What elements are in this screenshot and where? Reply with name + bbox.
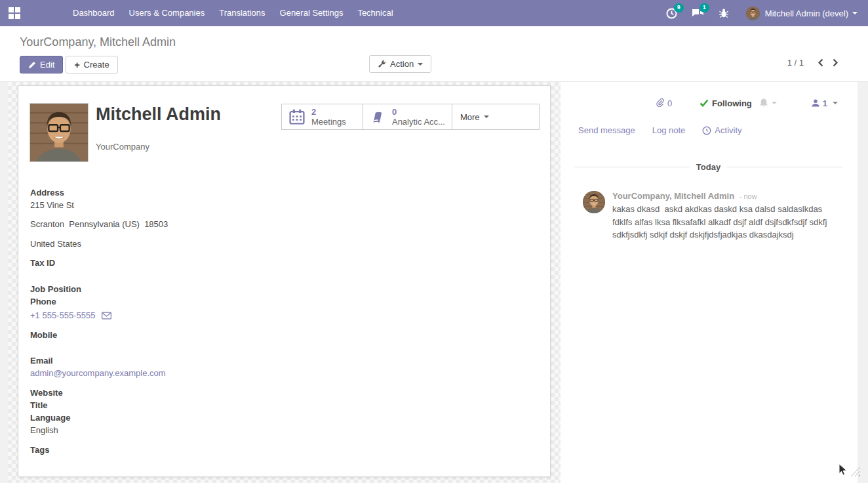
menu-item-dashboard[interactable]: Dashboard [66,0,122,26]
edit-button[interactable]: Edit [20,56,63,74]
control-panel: YourCompany, Mitchell Admin Edit + Creat… [0,26,868,82]
date-divider-label: Today [690,162,727,172]
user-icon [811,98,820,108]
action-dropdown-button[interactable]: Action [369,55,431,73]
follower-count: 1 [823,98,827,108]
message-timestamp: - now [740,192,757,200]
analytic-accounts-stat-button[interactable]: 0 Analytic Acc... [363,104,452,129]
chatter-message: YourCompany, Mitchell Admin - now kakas … [583,191,839,242]
chevron-down-icon [418,63,423,68]
breadcrumb[interactable]: YourCompany, Mitchell Admin [20,35,176,49]
phone-link[interactable]: +1 555-555-5555 [30,309,95,322]
email-link[interactable]: admin@yourcompany.example.com [30,367,168,379]
more-label: More [460,112,480,122]
website-label: Website [30,387,168,399]
send-message-button[interactable]: Send message [578,125,635,135]
apps-menu-button[interactable] [0,0,29,26]
tax-id-label: Tax ID [30,257,168,269]
main-menu: Dashboard Users & Companies Translations… [66,0,401,26]
debug-mode-button[interactable] [719,8,729,18]
mobile-label: Mobile [30,329,168,341]
following-button[interactable]: Following [700,98,752,108]
chatter-actions: Send message Log note Activity [578,125,742,135]
chevron-down-icon [852,12,858,17]
attachments-button[interactable]: 0 [656,98,672,108]
right-margin [858,82,868,483]
tags-label: Tags [30,444,168,456]
chevron-down-icon [833,102,838,107]
messages-menu-button[interactable]: 1 [692,8,704,18]
address-label: Address [30,186,168,199]
create-button[interactable]: + Create [66,56,117,74]
mouse-cursor [838,463,849,476]
menu-item-users-companies[interactable]: Users & Companies [122,0,212,26]
pager-previous-button[interactable] [813,58,828,67]
contact-company[interactable]: YourCompany [96,142,149,152]
country-value: United States [30,238,168,250]
menu-item-technical[interactable]: Technical [350,0,400,26]
phone-label: Phone [30,295,168,308]
meetings-stat-button[interactable]: 2 Meetings [282,104,363,129]
activities-menu-button[interactable]: 9 [666,8,677,19]
message-body: kakas dkasd askd akdkas daskd ksa dalsd … [612,203,839,242]
chevron-left-icon [818,58,823,67]
title-label: Title [30,399,168,411]
chevron-right-icon [833,58,838,67]
edit-button-label: Edit [40,60,54,70]
book-icon [370,109,386,125]
city-state-zip-value: Scranton Pennsylvania (US) 18503 [30,218,168,230]
date-divider: Today [574,162,843,172]
left-margin [0,26,8,483]
form-sheet: Mitchell Admin YourCompany 2 [18,85,551,477]
form-view-background: Mitchell Admin YourCompany 2 [8,82,561,483]
chevron-down-icon [772,102,777,107]
log-note-button[interactable]: Log note [652,125,686,135]
activity-count-badge: 9 [674,3,684,12]
job-position-label: Job Position [30,283,168,295]
schedule-activity-button[interactable]: Activity [702,125,741,135]
language-value: English [30,424,168,436]
wrench-icon [378,60,386,68]
pencil-icon [28,61,36,69]
email-label: Email [30,354,168,367]
user-avatar [746,7,760,20]
contact-name: Mitchell Admin [96,104,221,125]
sms-envelope-icon[interactable] [102,312,111,320]
attachment-count: 0 [667,98,672,108]
check-icon [700,99,709,107]
chatter-panel: 0 Following 1 [561,82,858,483]
paperclip-icon [656,98,665,108]
pager-next-button[interactable] [828,58,843,67]
meetings-count: 2 [311,107,346,117]
meetings-label: Meetings [311,117,346,127]
stat-button-group: 2 Meetings 0 Analytic Acc... [281,104,540,130]
plus-icon: + [74,62,79,68]
message-count-badge: 1 [700,3,709,12]
activity-clock-icon [702,126,711,135]
apps-grid-icon [9,7,20,19]
menu-item-general-settings[interactable]: General Settings [273,0,351,26]
contact-photo[interactable] [30,103,89,162]
navbar-systray: 9 1 Mitchell Admin (devel) [652,7,868,20]
message-author-avatar [583,191,605,213]
following-label: Following [712,98,752,108]
analytic-label: Analytic Acc... [392,117,445,127]
form-buttons: Edit + Create [20,56,118,74]
subscription-dropdown-button[interactable] [759,98,777,108]
calendar-icon [288,108,306,125]
language-label: Language [30,411,168,424]
street-value: 215 Vine St [30,199,168,211]
menu-item-translations[interactable]: Translations [212,0,272,26]
action-button-label: Action [390,59,414,69]
message-author[interactable]: YourCompany, Mitchell Admin [612,191,734,201]
create-button-label: Create [84,60,109,70]
more-dropdown-button[interactable]: More [452,104,539,129]
followers-dropdown-button[interactable]: 1 [811,98,838,108]
pager: 1 / 1 [787,58,843,68]
user-menu-button[interactable]: Mitchell Admin (devel) [746,7,858,20]
top-navbar: Dashboard Users & Companies Translations… [0,0,868,26]
analytic-count: 0 [392,107,445,117]
user-menu-label: Mitchell Admin (devel) [765,9,848,18]
pager-value: 1 / 1 [787,58,804,68]
bug-icon [719,8,729,18]
